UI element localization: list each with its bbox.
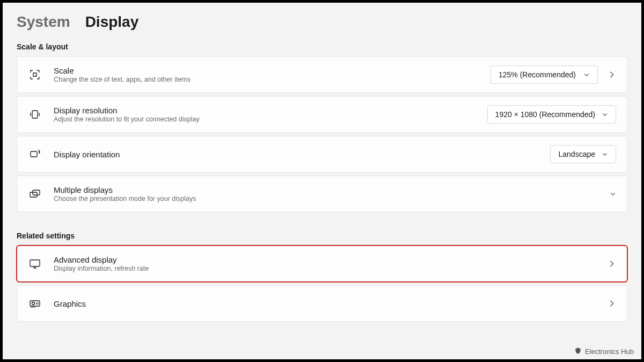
setting-orientation-title: Display orientation: [54, 150, 538, 159]
setting-advanced-display-right: [608, 259, 616, 268]
breadcrumb-display: Display: [85, 13, 139, 31]
chevron-right-icon: [608, 259, 616, 268]
watermark: Electronics Hub: [574, 347, 634, 356]
orientation-icon: [28, 147, 42, 161]
setting-orientation-text: Display orientation: [54, 150, 538, 159]
setting-advanced-display-text: Advanced display Display information, re…: [54, 255, 596, 272]
setting-multiple-displays-subtitle: Choose the presentation mode for your di…: [54, 195, 598, 202]
svg-rect-1: [31, 151, 37, 157]
chevron-down-icon: [610, 191, 616, 197]
setting-resolution-title: Display resolution: [54, 106, 475, 115]
chevron-right-icon: [608, 70, 616, 79]
setting-advanced-display-title: Advanced display: [54, 255, 596, 264]
resolution-dropdown[interactable]: 1920 × 1080 (Recommended): [487, 105, 616, 124]
chevron-down-icon: [583, 71, 590, 78]
multiple-displays-icon: [28, 187, 42, 201]
setting-advanced-display[interactable]: Advanced display Display information, re…: [17, 245, 627, 282]
svg-point-6: [32, 302, 35, 305]
svg-rect-4: [30, 260, 40, 266]
setting-scale-right: 125% (Recommended): [491, 66, 616, 84]
section-related-label: Related settings: [17, 231, 627, 240]
scale-dropdown[interactable]: 125% (Recommended): [491, 66, 598, 84]
resolution-icon: [28, 107, 42, 121]
setting-scale-text: Scale Change the size of text, apps, and…: [54, 66, 479, 83]
chevron-down-icon: [602, 151, 608, 157]
setting-scale-subtitle: Change the size of text, apps, and other…: [54, 76, 479, 83]
watermark-text: Electronics Hub: [585, 347, 634, 356]
resolution-dropdown-value: 1920 × 1080 (Recommended): [495, 110, 595, 119]
setting-resolution[interactable]: Display resolution Adjust the resolution…: [17, 96, 627, 133]
setting-resolution-right: 1920 × 1080 (Recommended): [487, 105, 616, 124]
setting-graphics-right: [608, 299, 616, 308]
chevron-down-icon: [602, 111, 608, 118]
setting-multiple-displays-right: [610, 191, 616, 197]
orientation-dropdown[interactable]: Landscape: [550, 145, 616, 163]
breadcrumb: System Display: [17, 13, 627, 31]
setting-graphics[interactable]: Graphics: [17, 285, 627, 322]
setting-multiple-displays-title: Multiple displays: [54, 185, 598, 194]
setting-advanced-display-subtitle: Display information, refresh rate: [54, 265, 596, 272]
setting-scale-title: Scale: [54, 66, 479, 75]
setting-scale[interactable]: Scale Change the size of text, apps, and…: [17, 56, 627, 93]
setting-resolution-subtitle: Adjust the resolution to fit your connec…: [54, 115, 475, 123]
setting-orientation[interactable]: Display orientation Landscape: [17, 136, 627, 172]
shield-icon: [574, 347, 582, 356]
monitor-icon: [28, 257, 42, 271]
breadcrumb-system[interactable]: System: [17, 13, 70, 31]
svg-rect-0: [32, 111, 38, 118]
graphics-card-icon: [28, 296, 42, 310]
setting-graphics-title: Graphics: [54, 299, 596, 308]
orientation-dropdown-value: Landscape: [558, 150, 595, 158]
setting-resolution-text: Display resolution Adjust the resolution…: [54, 106, 475, 123]
section-scale-layout-label: Scale & layout: [17, 42, 627, 51]
setting-multiple-displays-text: Multiple displays Choose the presentatio…: [54, 185, 598, 202]
setting-orientation-right: Landscape: [550, 145, 616, 163]
scale-dropdown-value: 125% (Recommended): [499, 70, 577, 79]
setting-multiple-displays[interactable]: Multiple displays Choose the presentatio…: [17, 176, 627, 212]
settings-display-panel: System Display Scale & layout Scale Chan…: [3, 3, 641, 359]
chevron-right-icon: [608, 299, 616, 308]
scale-icon: [28, 68, 42, 82]
setting-graphics-text: Graphics: [54, 299, 596, 308]
